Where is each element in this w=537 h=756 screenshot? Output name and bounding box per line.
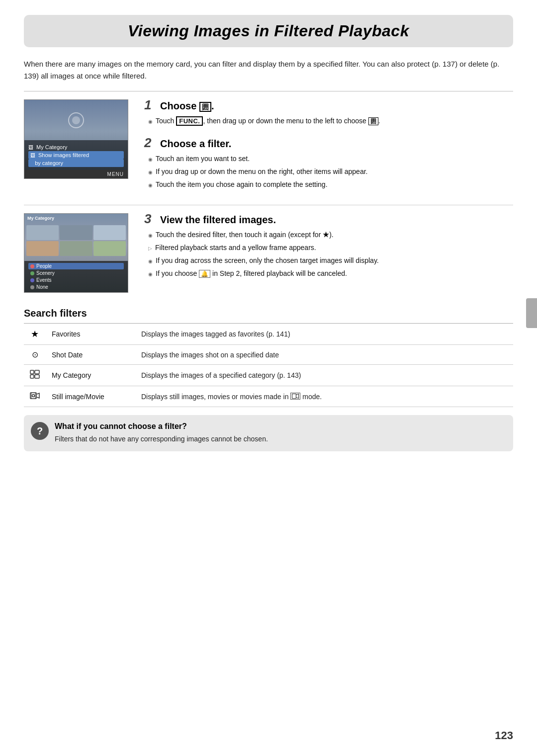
cam2-item-people: People bbox=[28, 263, 124, 269]
step-3-block: 3 View the filtered images. ◉ Touch the … bbox=[144, 211, 513, 279]
filter-name-still-movie: Still image/Movie bbox=[46, 386, 135, 407]
svg-point-5 bbox=[32, 395, 35, 397]
step-1-header: 1 Choose 囲. bbox=[144, 97, 513, 113]
filter-desc-shot-date: Displays the images shot on a specified … bbox=[135, 345, 513, 365]
step-2-bullet-1: ◉ Touch an item you want to set. bbox=[148, 154, 513, 164]
search-filters-section: Search filters ★ Favorites Displays the … bbox=[24, 308, 513, 407]
cam1-menu-item-2: 🖼 Show images filtered bbox=[28, 151, 124, 159]
bullet-circle-icon: ◉ bbox=[148, 270, 153, 278]
filter-name-favorites: Favorites bbox=[46, 324, 135, 345]
steps-1-2-content: 1 Choose 囲. ◉ Touch FUNC., then drag up … bbox=[134, 91, 513, 205]
movie-mode-icon bbox=[290, 393, 300, 400]
step-1-number: 1 bbox=[144, 97, 156, 113]
bullet-triangle-icon: ▷ bbox=[148, 245, 152, 252]
step-1-block: 1 Choose 囲. ◉ Touch FUNC., then drag up … bbox=[144, 97, 513, 126]
step-2-bullet-3: ◉ Touch the item you chose again to comp… bbox=[148, 179, 513, 190]
step-2-header: 2 Choose a filter. bbox=[144, 135, 513, 151]
note-text: Filters that do not have any correspondi… bbox=[55, 434, 504, 444]
step-3-bullet-2: ▷ Filtered playback starts and a yellow … bbox=[148, 243, 513, 253]
svg-rect-1 bbox=[30, 375, 34, 378]
filter-icon-still-movie bbox=[24, 386, 46, 407]
step-1-bullets: ◉ Touch FUNC., then drag up or down the … bbox=[144, 116, 513, 126]
filter-name-my-category: My Category bbox=[46, 365, 135, 386]
svg-rect-0 bbox=[30, 370, 34, 374]
filter-row-favorites: ★ Favorites Displays the images tagged a… bbox=[24, 324, 513, 345]
filter-desc-favorites: Displays the images tagged as favorites … bbox=[135, 324, 513, 345]
svg-rect-8 bbox=[292, 394, 296, 398]
filter-icon-my-category bbox=[24, 365, 46, 386]
cam1-menu-item-1: 🖼 My Category bbox=[28, 143, 124, 151]
question-icon: ? bbox=[31, 422, 49, 440]
bullet-circle-icon: ◉ bbox=[148, 181, 153, 189]
steps-row-2: My Category People bbox=[24, 205, 513, 294]
step-3-number: 3 bbox=[144, 211, 156, 227]
svg-rect-3 bbox=[35, 375, 39, 378]
category-icon bbox=[30, 372, 40, 380]
step-2-bullets: ◉ Touch an item you want to set. ◉ If yo… bbox=[144, 154, 513, 190]
note-title: What if you cannot choose a filter? bbox=[55, 422, 504, 431]
filter-icon-shot-date: ⊙ bbox=[24, 345, 46, 365]
category-svg bbox=[30, 370, 40, 379]
note-content: What if you cannot choose a filter? Filt… bbox=[55, 422, 504, 444]
bullet-circle-icon: ◉ bbox=[148, 257, 153, 265]
step-3-title: View the filtered images. bbox=[160, 214, 276, 226]
movie-icon bbox=[30, 394, 40, 402]
step-3-bullets: ◉ Touch the desired filter, then touch i… bbox=[144, 230, 513, 279]
step-2-number: 2 bbox=[144, 135, 156, 151]
note-box: ? What if you cannot choose a filter? Fi… bbox=[24, 415, 513, 451]
bullet-circle-icon: ◉ bbox=[148, 232, 153, 239]
camera-screenshot-1: 🖼 My Category 🖼 Show images filtered by … bbox=[24, 99, 128, 179]
step-1-bullet-1: ◉ Touch FUNC., then drag up or down the … bbox=[148, 116, 513, 126]
step-1-title: Choose 囲. bbox=[160, 100, 214, 112]
filter-desc-still-movie: Displays still images, movies or movies … bbox=[135, 386, 513, 407]
steps-row-1: 🖼 My Category 🖼 Show images filtered by … bbox=[24, 91, 513, 205]
step-2-title: Choose a filter. bbox=[160, 138, 231, 150]
intro-paragraph: When there are many images on the memory… bbox=[24, 58, 513, 82]
cam1-menu-bar: MENU bbox=[24, 170, 128, 178]
bullet-circle-icon: ◉ bbox=[148, 118, 153, 125]
filter-desc-my-category: Displays the images of a specified categ… bbox=[135, 365, 513, 386]
side-tab bbox=[526, 298, 537, 328]
step-3-header: 3 View the filtered images. bbox=[144, 211, 513, 227]
bullet-circle-icon: ◉ bbox=[148, 156, 153, 163]
page-title-box: Viewing Images in Filtered Playback bbox=[24, 15, 513, 47]
movie-svg bbox=[30, 391, 40, 400]
filter-row-shot-date: ⊙ Shot Date Displays the images shot on … bbox=[24, 345, 513, 365]
filters-table: ★ Favorites Displays the images tagged a… bbox=[24, 323, 513, 407]
step-2-block: 2 Choose a filter. ◉ Touch an item you w… bbox=[144, 135, 513, 190]
page-number: 123 bbox=[495, 729, 513, 742]
step-3-bullet-1: ◉ Touch the desired filter, then touch i… bbox=[148, 230, 513, 240]
cam2-menu-items: People Scenery Events None bbox=[28, 263, 124, 290]
filter-icon-favorites: ★ bbox=[24, 324, 46, 345]
step-2-bullet-2: ◉ If you drag up or down the menu on the… bbox=[148, 167, 513, 177]
page-title: Viewing Images in Filtered Playback bbox=[36, 22, 501, 40]
clock-icon: ⊙ bbox=[32, 350, 38, 359]
cam2-item-none: None bbox=[28, 284, 124, 290]
filter-name-shot-date: Shot Date bbox=[46, 345, 135, 365]
cam2-item-scenery: Scenery bbox=[28, 270, 124, 276]
cam1-menu-item-3: by category bbox=[28, 159, 124, 167]
camera-screenshot-2: My Category People bbox=[24, 213, 128, 293]
step-3-bullet-4: ◉ If you choose 🔔 in Step 2, filtered pl… bbox=[148, 268, 513, 279]
search-filters-title: Search filters bbox=[24, 308, 513, 319]
star-icon: ★ bbox=[31, 329, 39, 339]
step-3-content: 3 View the filtered images. ◉ Touch the … bbox=[134, 205, 513, 294]
bullet-circle-icon: ◉ bbox=[148, 168, 153, 176]
filter-row-my-category: My Category Displays the images of a spe… bbox=[24, 365, 513, 386]
cam2-item-events: Events bbox=[28, 277, 124, 283]
svg-rect-2 bbox=[35, 370, 39, 374]
step-3-bullet-3: ◉ If you drag across the screen, only th… bbox=[148, 255, 513, 266]
filter-row-still-movie: Still image/Movie Displays still images,… bbox=[24, 386, 513, 407]
